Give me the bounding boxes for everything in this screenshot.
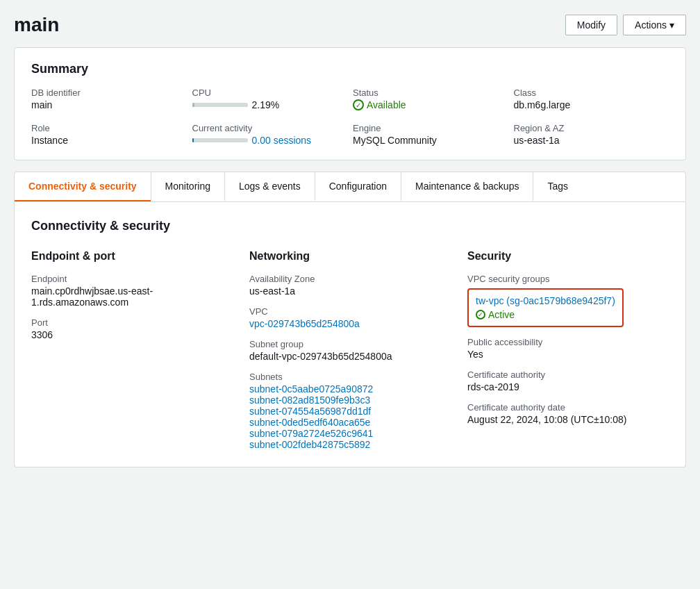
subnet-group-label: Subnet group	[249, 339, 451, 349]
public-accessibility-value: Yes	[467, 349, 669, 360]
class-value: db.m6g.large	[514, 99, 669, 110]
region-az-label: Region & AZ	[514, 123, 669, 133]
connectivity-card: Connectivity & security Endpoint & port …	[14, 202, 686, 467]
cpu-bar-fill	[192, 103, 194, 107]
cert-authority-date-value: August 22, 2024, 10:08 (UTC±10:08)	[467, 414, 669, 425]
tab-connectivity[interactable]: Connectivity & security	[15, 172, 151, 201]
endpoint-port-col-title: Endpoint & port	[31, 250, 233, 263]
engine-label: Engine	[353, 123, 508, 133]
role-label: Role	[31, 123, 187, 133]
networking-col: Networking Availability Zone us-east-1a …	[249, 250, 451, 450]
cert-authority-date-label: Certificate authority date	[467, 402, 669, 413]
role-item: Role Instance	[31, 123, 187, 146]
summary-grid: DB identifier main CPU 2.19% Status ✓ Av…	[31, 88, 669, 146]
vpc-value[interactable]: vpc-029743b65d254800a	[249, 318, 451, 329]
vpc-sg-link[interactable]: tw-vpc (sg-0ac1579b68e9425f7)	[476, 295, 615, 306]
sessions-value[interactable]: 0.00 sessions	[252, 135, 312, 146]
status-item: Status ✓ Available	[353, 88, 508, 112]
region-az-value: us-east-1a	[514, 135, 669, 146]
cpu-item: CPU 2.19%	[192, 88, 348, 112]
security-col: Security VPC security groups tw-vpc (sg-…	[467, 250, 669, 450]
summary-card: Summary DB identifier main CPU 2.19% Sta…	[14, 47, 686, 160]
page-title: main	[14, 14, 59, 36]
engine-item: Engine MySQL Community	[353, 123, 508, 146]
sessions-bar-container: 0.00 sessions	[192, 135, 348, 146]
subnets-label: Subnets	[249, 372, 451, 382]
port-label: Port	[31, 317, 233, 328]
check-circle-icon: ✓	[353, 99, 364, 110]
tab-monitoring[interactable]: Monitoring	[151, 172, 224, 201]
subnet-2[interactable]: subnet-082ad81509fe9b3c3	[249, 395, 451, 406]
endpoint-port-col: Endpoint & port Endpoint main.cp0rdhwjbs…	[31, 250, 233, 450]
cert-authority-label: Certificate authority	[467, 370, 669, 380]
subnet-4[interactable]: subnet-0ded5edf640aca65e	[249, 417, 451, 428]
security-col-title: Security	[467, 250, 669, 263]
networking-col-title: Networking	[249, 250, 451, 263]
public-accessibility-label: Public accessibility	[467, 337, 669, 347]
subnet-3[interactable]: subnet-074554a56987dd1df	[249, 406, 451, 417]
sg-active-status: ✓ Active	[476, 309, 615, 320]
sessions-bar-track	[192, 138, 248, 142]
status-label: Status	[353, 88, 508, 98]
class-label: Class	[514, 88, 669, 98]
chevron-down-icon: ▾	[669, 19, 674, 31]
tab-tags[interactable]: Tags	[533, 172, 582, 201]
az-value: us-east-1a	[249, 285, 451, 297]
actions-button[interactable]: Actions ▾	[623, 15, 686, 35]
region-az-item: Region & AZ us-east-1a	[514, 123, 669, 146]
cpu-bar-container: 2.19%	[192, 99, 348, 110]
db-identifier-label: DB identifier	[31, 88, 187, 98]
vpc-sg-label: VPC security groups	[467, 274, 669, 284]
db-identifier-item: DB identifier main	[31, 88, 187, 112]
modify-button[interactable]: Modify	[565, 15, 617, 35]
subnet-group-value: default-vpc-029743b65d254800a	[249, 351, 451, 362]
subnet-6[interactable]: subnet-002fdeb42875c5892	[249, 439, 451, 450]
vpc-label: VPC	[249, 306, 451, 317]
status-value: ✓ Available	[353, 99, 508, 110]
connectivity-grid: Endpoint & port Endpoint main.cp0rdhwjbs…	[31, 250, 669, 450]
status-text: Available	[367, 99, 406, 110]
sessions-bar-fill	[192, 138, 194, 142]
current-activity-item: Current activity 0.00 sessions	[192, 123, 348, 146]
db-identifier-value: main	[31, 99, 187, 110]
actions-label: Actions	[635, 19, 667, 31]
tab-configuration[interactable]: Configuration	[315, 172, 401, 201]
page-header: main Modify Actions ▾	[14, 14, 686, 36]
cpu-bar-track	[192, 103, 248, 107]
az-label: Availability Zone	[249, 274, 451, 284]
subnets-list: subnet-0c5aabe0725a90872 subnet-082ad815…	[249, 383, 451, 450]
tab-logs[interactable]: Logs & events	[224, 172, 315, 201]
cpu-label: CPU	[192, 88, 348, 98]
engine-value: MySQL Community	[353, 135, 508, 146]
class-item: Class db.m6g.large	[514, 88, 669, 112]
sg-status-text: Active	[488, 309, 515, 320]
cert-authority-value: rds-ca-2019	[467, 381, 669, 392]
connectivity-section-title: Connectivity & security	[31, 219, 669, 233]
role-value: Instance	[31, 135, 187, 146]
tab-maintenance[interactable]: Maintenance & backups	[401, 172, 533, 201]
subnet-1[interactable]: subnet-0c5aabe0725a90872	[249, 383, 451, 395]
active-check-icon: ✓	[476, 310, 485, 320]
tab-bar: Connectivity & security Monitoring Logs …	[14, 172, 686, 202]
current-activity-label: Current activity	[192, 123, 348, 133]
summary-title: Summary	[31, 62, 669, 76]
header-actions: Modify Actions ▾	[565, 15, 686, 35]
endpoint-label: Endpoint	[31, 274, 233, 284]
port-value: 3306	[31, 329, 233, 340]
vpc-security-group-box: tw-vpc (sg-0ac1579b68e9425f7) ✓ Active	[467, 288, 624, 327]
cpu-value: 2.19%	[252, 99, 280, 110]
endpoint-value: main.cp0rdhwjbsae.us-east-1.rds.amazonaw…	[31, 285, 233, 308]
subnet-5[interactable]: subnet-079a2724e526c9641	[249, 428, 451, 439]
